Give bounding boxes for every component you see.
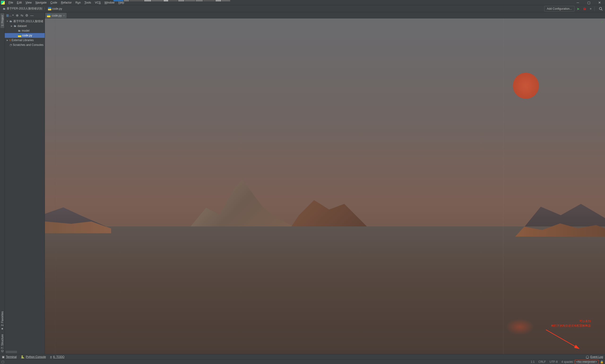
navigation-bar: 🖿 基于FER-2013人脸情绪识别 〉 code.py Add Configu… [0,5,605,12]
tree-root[interactable]: ▼ 🖿 基于FER-2013人脸情绪 [5,19,45,24]
menu-refactor[interactable]: Refactor [59,0,74,5]
toolwindow-favorites-tab[interactable]: ★2: Favorites [0,309,4,332]
annotation-text: 可以看到 刚打开的项目还没有配置解释器 [551,319,591,328]
toolwindow-todo-tab[interactable]: ≡ 6: TODO [50,355,64,359]
python-file-icon [47,14,50,17]
locate-file-icon[interactable]: ⊕ [16,13,19,17]
editor-tab-codepy[interactable]: code.py × [45,13,67,18]
menu-file[interactable]: File [7,0,15,5]
tree-item-label: model [22,29,29,32]
project-tool-window: ▥...▼ ⊕ ⇆ ⚙ — ▼ 🖿 基于FER-2013人脸情绪 ▶ 🖿 dat… [5,12,45,354]
menu-view[interactable]: View [24,0,34,5]
folder-icon: 🖿 [14,24,16,28]
menu-navigate[interactable]: Navigate [34,0,49,5]
toolwindows-quick-access-icon[interactable]: ▢ [1,360,4,364]
toolwindow-structure-tab[interactable]: ⌬7: Structure [0,332,4,354]
editor-canvas[interactable]: ✓ 可以看到 刚打开的项目还没有配置解释器 [45,18,605,354]
toolwindow-event-log-tab[interactable]: ◯ Event Log [586,355,603,359]
project-tree[interactable]: ▼ 🖿 基于FER-2013人脸情绪 ▶ 🖿 dataset 🖿 model [5,18,45,351]
editor-gutter [45,18,55,354]
breadcrumb-file-label: code.py [52,7,62,10]
menu-run[interactable]: Run [74,0,82,5]
tree-item-label: External Libraries [12,39,34,42]
left-tool-stripe: 1: Project ★2: Favorites ⌬7: Structure [0,12,5,354]
run-button[interactable]: ▶ [576,6,581,11]
todo-icon: ≡ [50,355,52,359]
add-configuration-button[interactable]: Add Configuration... [544,6,575,12]
editor-area: code.py × ✓ [45,12,605,354]
scratches-icon [10,43,12,47]
svg-line-1 [602,10,602,10]
titlebar-redaction [114,0,574,1]
toolwindow-python-console-tab[interactable]: 🐍 Python Console [21,355,46,359]
expand-arrow-icon[interactable]: ▶ [10,25,13,27]
breadcrumb-project[interactable]: 🖿 基于FER-2013人脸情绪识别 [2,7,43,11]
tree-root-label: 基于FER-2013人脸情绪 [13,19,43,23]
readonly-lock-icon[interactable]: 🔒 [600,360,604,364]
status-line-separator[interactable]: CRLF [537,360,548,364]
tree-dataset[interactable]: ▶ 🖿 dataset [5,24,45,28]
watermark-text: CSDN @这个函数可导 [569,360,595,364]
editor-tab-bar: code.py × [45,12,605,18]
python-file-icon [18,34,21,37]
tree-item-label: Scratches and Consoles [13,43,43,47]
project-panel-header: ▥...▼ ⊕ ⇆ ⚙ — [5,12,45,18]
folder-icon: 🖿 [18,29,21,32]
horizontal-scrollbar[interactable] [6,351,17,353]
tree-codepy[interactable]: code.py [5,33,45,38]
editor-tab-label: code.py [52,14,62,17]
settings-gear-icon[interactable]: ⚙ [25,13,28,17]
menu-bar: File Edit View Navigate Code Refactor Ru… [0,0,605,5]
debug-button[interactable]: 🐞 [582,6,587,11]
project-view-dropdown[interactable]: ▥...▼ [6,14,14,17]
toolwindow-project-tab[interactable]: 1: Project [0,13,4,28]
folder-icon: 🖿 [10,20,12,23]
pycharm-app-icon [1,1,5,4]
expand-arrow-icon[interactable]: ▶ [6,39,9,41]
status-bar: ▢ 1:1 CRLF UTF-8 4 spaces <No interprete… [0,359,605,364]
libraries-icon [10,39,11,42]
folder-icon: 🖿 [3,7,6,10]
breadcrumb-file[interactable]: code.py [47,7,63,10]
toolwindow-terminal-tab[interactable]: ▣ Terminal [2,355,16,359]
tree-model[interactable]: 🖿 model [5,28,45,33]
tree-external-libraries[interactable]: ▶ External Libraries [5,38,45,42]
svg-point-0 [599,7,602,10]
tree-item-label: code.py [22,34,32,37]
expand-arrow-icon[interactable]: ▼ [6,20,9,23]
hide-panel-icon[interactable]: — [30,13,34,17]
event-log-icon: ◯ [586,355,589,359]
tree-scratches[interactable]: Scratches and Consoles [5,42,45,47]
expand-all-icon[interactable]: ⇆ [21,13,23,17]
terminal-icon: ▣ [2,355,4,359]
menu-edit[interactable]: Edit [15,0,24,5]
bottom-tool-bar: ▣ Terminal 🐍 Python Console ≡ 6: TODO ◯ … [0,354,605,359]
status-encoding[interactable]: UTF-8 [548,360,560,364]
editor-background-image [45,18,605,354]
menu-tools[interactable]: Tools [82,0,93,5]
close-tab-icon[interactable]: × [63,14,65,17]
python-file-icon [48,7,51,10]
menu-vcs[interactable]: VCS [93,0,103,5]
menu-code[interactable]: Code [49,0,59,5]
window-maximize-button[interactable]: ▢ [583,0,594,5]
breadcrumb-project-label: 基于FER-2013人脸情绪识别 [7,7,42,11]
inspection-ok-icon[interactable]: ✓ [601,20,604,24]
stop-button[interactable]: ■ [588,6,593,11]
python-console-icon: 🐍 [21,355,24,359]
window-close-button[interactable]: ✕ [594,0,605,5]
breadcrumb-separator: 〉 [44,7,47,11]
right-margin-line [503,18,503,354]
tree-item-label: dataset [17,24,27,28]
window-minimize-button[interactable]: ─ [572,0,583,5]
status-caret-position[interactable]: 1:1 [529,360,537,364]
search-everywhere-button[interactable] [598,6,603,11]
